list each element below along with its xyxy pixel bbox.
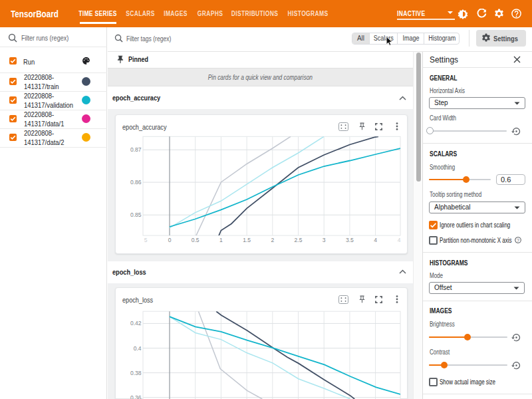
svg-text:4: 4 [374,237,377,243]
svg-text:0.86: 0.86 [130,179,142,186]
svg-text:1: 1 [219,237,223,243]
svg-text:0.85: 0.85 [130,211,142,218]
svg-text:0.4: 0.4 [134,345,142,352]
svg-text:0: 0 [168,237,172,243]
svg-text:0.36: 0.36 [130,394,142,399]
svg-text:0.42: 0.42 [130,320,142,327]
svg-text:0.87: 0.87 [130,146,142,153]
svg-text:3: 3 [323,237,326,243]
svg-text:5: 5 [144,237,148,243]
svg-text:0.38: 0.38 [130,370,142,376]
svg-text:3.5: 3.5 [346,237,354,243]
svg-text:?: ? [517,237,519,242]
svg-text:2.5: 2.5 [295,237,303,243]
svg-text:0.5: 0.5 [192,237,200,243]
svg-text:1.5: 1.5 [243,237,251,243]
svg-text:4: 4 [398,237,401,243]
svg-text:2: 2 [271,237,274,243]
